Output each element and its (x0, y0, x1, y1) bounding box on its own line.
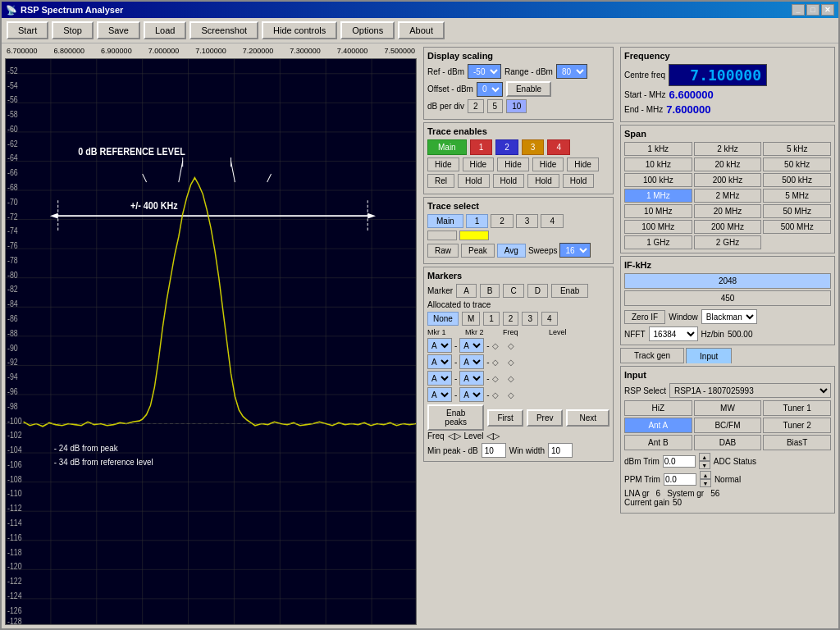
hide-main-button[interactable]: Hide (427, 158, 459, 171)
hold-1-button[interactable]: Hold (458, 174, 490, 188)
first-button[interactable]: First (487, 409, 523, 427)
trace-1-button[interactable]: 1 (470, 139, 493, 155)
window-select[interactable]: Blackman (701, 309, 757, 324)
bias-t-button[interactable]: BiasT (763, 435, 831, 450)
span-50khz[interactable]: 50 kHz (763, 158, 831, 171)
span-50mhz[interactable]: 50 MHz (763, 204, 831, 218)
db2-button[interactable]: 2 (468, 99, 484, 113)
hold-4-button[interactable]: Hold (563, 174, 595, 188)
end-freq-value[interactable]: 7.600000 (666, 103, 710, 116)
span-500khz[interactable]: 500 kHz (763, 173, 831, 187)
tuner1-button[interactable]: Tuner 1 (763, 400, 831, 416)
alloc-none-button[interactable]: None (427, 312, 459, 326)
next-button[interactable]: Next (566, 409, 609, 427)
avg-button[interactable]: Avg (497, 244, 526, 258)
ppm-trim-input[interactable] (664, 473, 696, 486)
enab-button[interactable]: Enab (551, 284, 588, 298)
span-20mhz[interactable]: 20 MHz (694, 204, 762, 218)
ts-3-button[interactable]: 3 (516, 214, 539, 228)
close-btn[interactable]: ✕ (821, 4, 834, 16)
span-5khz[interactable]: 5 kHz (763, 142, 831, 156)
hiz-button[interactable]: HiZ (624, 400, 692, 416)
mkr2-1-select[interactable]: A (459, 338, 484, 353)
mkr1-4-select[interactable]: A (427, 387, 452, 402)
trace-main-button[interactable]: Main (427, 139, 467, 155)
span-1ghz[interactable]: 1 GHz (624, 235, 692, 249)
win-width-input[interactable] (548, 443, 573, 458)
hide-controls-button[interactable]: Hide controls (262, 21, 337, 39)
mkr2-2-select[interactable]: A (459, 354, 484, 369)
mkr2-4-select[interactable]: A (459, 387, 484, 402)
dbm-trim-input[interactable] (663, 455, 696, 468)
db5-button[interactable]: 5 (487, 99, 504, 113)
marker-c-button[interactable]: C (503, 284, 523, 298)
ref-select[interactable]: -50 (468, 64, 501, 79)
zero-if-button[interactable]: Zero IF (624, 310, 665, 324)
if-450-button[interactable]: 450 (624, 290, 831, 306)
rsp-select[interactable]: RSP1A - 1807025993 (669, 383, 831, 398)
alloc-4-button[interactable]: 4 (541, 312, 558, 326)
offset-select[interactable]: 0 (477, 82, 503, 97)
span-5mhz[interactable]: 5 MHz (763, 189, 831, 203)
dbm-trim-up[interactable]: ▲ (699, 453, 710, 461)
span-500mhz[interactable]: 500 MHz (763, 220, 831, 234)
dab-button[interactable]: DAB (694, 435, 762, 450)
alloc-m-button[interactable]: M (462, 312, 480, 326)
about-button[interactable]: About (398, 21, 445, 39)
bc-fm-button[interactable]: BC/FM (694, 418, 762, 433)
mkr1-2-select[interactable]: A (427, 354, 452, 369)
input-tab[interactable]: Input (686, 348, 732, 363)
spectrum-display[interactable]: -52 -54 -56 -58 -60 -62 -64 -66 -68 -70 … (5, 58, 417, 625)
hide-3-button[interactable]: Hide (532, 158, 564, 171)
span-10mhz[interactable]: 10 MHz (624, 204, 692, 218)
hide-4-button[interactable]: Hide (567, 158, 599, 171)
span-1mhz[interactable]: 1 MHz (624, 189, 692, 203)
hold-2-button[interactable]: Hold (493, 174, 525, 188)
span-2khz[interactable]: 2 kHz (694, 142, 762, 156)
peak-button[interactable]: Peak (461, 244, 495, 258)
ppm-trim-up[interactable]: ▲ (700, 471, 711, 479)
trace-2-button[interactable]: 2 (495, 139, 518, 155)
span-1khz[interactable]: 1 kHz (624, 142, 692, 156)
span-10khz[interactable]: 10 kHz (624, 158, 692, 171)
centre-freq-display[interactable]: 7.100000 (669, 64, 767, 86)
marker-b-button[interactable]: B (480, 284, 500, 298)
mkr1-3-select[interactable]: A (427, 371, 452, 386)
screenshot-button[interactable]: Screenshot (189, 21, 258, 39)
ts-4-button[interactable]: 4 (541, 214, 564, 228)
alloc-3-button[interactable]: 3 (522, 312, 538, 326)
maximize-btn[interactable]: □ (806, 4, 819, 16)
marker-d-button[interactable]: D (527, 284, 548, 298)
hide-2-button[interactable]: Hide (497, 158, 529, 171)
enab-peaks-button[interactable]: Enab peaks (427, 404, 484, 431)
raw-button[interactable]: Raw (427, 244, 459, 258)
mkr1-1-select[interactable]: A (427, 338, 452, 353)
range-select[interactable]: 80 (556, 64, 587, 79)
hide-1-button[interactable]: Hide (463, 158, 495, 171)
span-100khz[interactable]: 100 kHz (624, 173, 692, 187)
dbm-trim-down[interactable]: ▼ (699, 461, 710, 469)
ts-main-button[interactable]: Main (427, 214, 463, 228)
span-100mhz[interactable]: 100 MHz (624, 220, 692, 234)
save-button[interactable]: Save (97, 21, 140, 39)
min-peak-input[interactable] (482, 443, 506, 458)
tuner2-button[interactable]: Tuner 2 (763, 418, 831, 433)
enable-button[interactable]: Enable (506, 81, 551, 97)
alloc-1-button[interactable]: 1 (483, 312, 500, 326)
trace-4-button[interactable]: 4 (547, 139, 570, 155)
ant-b-button[interactable]: Ant B (624, 435, 692, 450)
mkr2-3-select[interactable]: A (459, 371, 484, 386)
alloc-2-button[interactable]: 2 (503, 312, 519, 326)
span-20khz[interactable]: 20 kHz (694, 158, 762, 171)
rel-button[interactable]: Rel (427, 174, 454, 188)
span-2ghz[interactable]: 2 GHz (694, 235, 762, 249)
start-freq-value[interactable]: 6.600000 (669, 89, 714, 101)
hold-3-button[interactable]: Hold (527, 174, 559, 188)
ts-1-button[interactable]: 1 (466, 214, 489, 228)
stop-button[interactable]: Stop (52, 21, 94, 39)
ant-a-button[interactable]: Ant A (624, 418, 692, 433)
options-button[interactable]: Options (340, 21, 395, 39)
track-gen-tab[interactable]: Track gen (620, 348, 684, 363)
if-2048-button[interactable]: 2048 (624, 273, 831, 289)
span-2mhz[interactable]: 2 MHz (694, 189, 762, 203)
